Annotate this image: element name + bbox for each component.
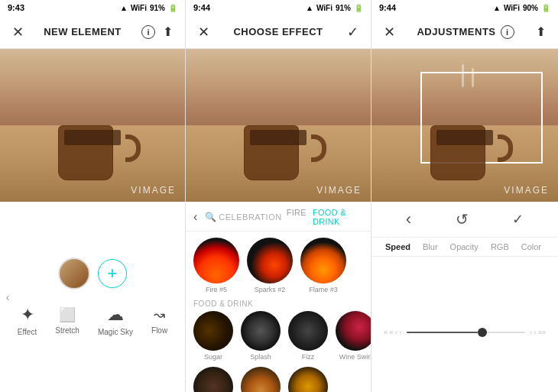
- top-bar-left: ✕ NEW ELEMENT i ⬆: [0, 15, 185, 49]
- effect-sparks2[interactable]: Sparks #2: [247, 238, 293, 293]
- page-title-right: ADJUSTMENTS: [417, 26, 495, 37]
- effect-label: Effect: [18, 328, 37, 336]
- tab-fire[interactable]: FIRE: [287, 208, 307, 226]
- flow-label: Flow: [151, 326, 167, 335]
- slider-thumb[interactable]: [478, 328, 487, 337]
- effect-label-fizz: Fizz: [302, 353, 315, 361]
- share-icon-left[interactable]: ⬆: [163, 24, 173, 39]
- adjustments-controls: ‹ ↺ ✓: [371, 202, 558, 238]
- tab-blur[interactable]: Blur: [417, 242, 444, 251]
- nav-back-button[interactable]: ‹: [193, 210, 200, 224]
- celebration-effects-row: Fire #5 Sparks #2 Flame #3: [193, 238, 363, 293]
- search-icon: 🔍: [205, 212, 216, 222]
- effect-label-fire5: Fire #5: [206, 286, 227, 293]
- close-button-right[interactable]: ✕: [384, 24, 395, 40]
- effect-label-sugar: Sugar: [204, 353, 222, 361]
- effect-flame3[interactable]: Flame #3: [300, 238, 346, 293]
- effect-circle-splash: [241, 311, 281, 351]
- speed-slider-row: « « ‹ ‹ › › »»: [384, 329, 546, 336]
- tool-effect[interactable]: ✦ Effect: [18, 305, 37, 336]
- signal-icon-right: ▲: [493, 4, 501, 12]
- tab-opacity[interactable]: Opacity: [444, 242, 485, 251]
- effect-extra1[interactable]: [193, 367, 233, 392]
- slider-content: « « ‹ ‹ › › »»: [371, 257, 558, 392]
- tab-rgb[interactable]: RGB: [485, 242, 515, 251]
- effect-sugar[interactable]: Sugar: [193, 311, 233, 361]
- effect-nav: ‹ 🔍 CELEBRATION FIRE FOOD & DRINK: [186, 202, 371, 232]
- signal-icon-middle: ▲: [306, 4, 313, 12]
- info-icon-left[interactable]: i: [141, 25, 155, 39]
- wifi-icon-middle: WiFi: [316, 4, 333, 12]
- effect-fire5[interactable]: Fire #5: [193, 238, 239, 293]
- effect-circle-wineswirl: [336, 311, 371, 351]
- effect-circle-sugar: [193, 311, 233, 351]
- wifi-icon-left: WiFi: [131, 4, 147, 12]
- stretch-label: Stretch: [55, 326, 79, 335]
- status-icons-right: ▲ WiFi 90% 🔋: [493, 4, 550, 12]
- image-preview-middle: VIMAGE: [186, 49, 371, 202]
- food-drink-section-label: FOOD & DRINK: [193, 300, 363, 308]
- bottom-tools-left: ‹ + ✦ Effect ⬜ Stretch ☁ Magic Sky ↝ Flo…: [0, 202, 185, 392]
- magic-sky-icon: ☁: [107, 305, 124, 325]
- reset-button-adj[interactable]: ↺: [456, 210, 469, 228]
- tab-color[interactable]: Color: [515, 242, 547, 251]
- tools-row: ✦ Effect ⬜ Stretch ☁ Magic Sky ↝ Flow: [18, 305, 167, 336]
- tab-food-drink[interactable]: FOOD & DRINK: [313, 208, 363, 226]
- status-icons-left: ▲ WiFi 91% 🔋: [120, 4, 177, 12]
- left-arrow-left[interactable]: ‹: [0, 282, 15, 313]
- battery-middle: 91%: [336, 4, 351, 12]
- effect-fizz[interactable]: Fizz: [288, 311, 328, 361]
- add-element-button[interactable]: +: [98, 259, 127, 288]
- tool-stretch[interactable]: ⬜ Stretch: [55, 306, 79, 335]
- effects-section: Fire #5 Sparks #2 Flame #3 FOOD & DRINK …: [186, 232, 371, 392]
- effect-circle-fire5: [193, 238, 239, 283]
- battery-icon-right: 🔋: [541, 4, 550, 12]
- steam-effect: [458, 60, 481, 91]
- back-button-adj[interactable]: ‹: [406, 209, 411, 229]
- effect-splash[interactable]: Splash: [241, 311, 281, 361]
- tool-flow[interactable]: ↝ Flow: [151, 306, 167, 335]
- close-button-middle[interactable]: ✕: [198, 24, 209, 40]
- effect-label-wineswirl: Wine Swirl: [339, 353, 371, 361]
- search-area[interactable]: 🔍 CELEBRATION: [205, 212, 281, 222]
- effect-extra2[interactable]: [241, 367, 281, 392]
- share-icon-right[interactable]: ⬆: [536, 24, 546, 39]
- top-bar-middle: ✕ CHOOSE EFFECT ✓: [186, 15, 371, 49]
- close-button-left[interactable]: ✕: [12, 24, 24, 40]
- effect-circle-extra2: [241, 367, 281, 392]
- effect-circle-sparks2: [247, 238, 293, 283]
- info-icon-right[interactable]: i: [501, 25, 514, 39]
- effect-extra3[interactable]: [288, 367, 328, 392]
- image-preview-right: VIMAGE: [371, 49, 558, 202]
- confirm-button-adj[interactable]: ✓: [512, 211, 524, 228]
- wifi-icon-right: WiFi: [504, 4, 520, 12]
- image-preview-left: VIMAGE: [0, 49, 185, 202]
- status-bar-left: 9:43 ▲ WiFi 91% 🔋: [0, 0, 185, 15]
- vimage-label-left: VIMAGE: [131, 185, 176, 196]
- effect-label-flame3: Flame #3: [309, 286, 338, 293]
- effect-circle-extra3: [288, 367, 328, 392]
- mug-image-middle: [244, 125, 313, 186]
- food-drink-effects-row: Sugar Splash Fizz Wine Swirl: [193, 311, 363, 361]
- status-icons-middle: ▲ WiFi 91% 🔋: [306, 4, 363, 12]
- effect-wineswirl[interactable]: Wine Swirl: [336, 311, 371, 361]
- slider-marks-right: › › »»: [530, 329, 546, 336]
- tab-speed[interactable]: Speed: [379, 242, 417, 251]
- panel-choose-effect: 9:44 ▲ WiFi 91% 🔋 ✕ CHOOSE EFFECT ✓ VIMA…: [186, 0, 371, 392]
- tool-magic-sky[interactable]: ☁ Magic Sky: [98, 305, 133, 336]
- avatar[interactable]: [58, 258, 90, 290]
- mug-image-right: [430, 125, 499, 186]
- stretch-icon: ⬜: [59, 306, 76, 323]
- status-time-middle: 9:44: [193, 3, 210, 12]
- slider-marks-left: « « ‹ ‹: [384, 329, 402, 336]
- check-button-middle[interactable]: ✓: [347, 24, 358, 40]
- signal-icon-left: ▲: [120, 4, 128, 12]
- effect-label-splash: Splash: [250, 353, 271, 361]
- vimage-label-middle: VIMAGE: [316, 185, 362, 196]
- search-text: CELEBRATION: [219, 212, 281, 222]
- page-title-left: NEW ELEMENT: [44, 26, 122, 37]
- slider-track[interactable]: [407, 332, 525, 333]
- top-bar-right: ✕ ADJUSTMENTS i ⬆: [371, 15, 558, 49]
- status-time-left: 9:43: [8, 3, 24, 12]
- panel-new-element: 9:43 ▲ WiFi 91% 🔋 ✕ NEW ELEMENT i ⬆ VIMA…: [0, 0, 186, 392]
